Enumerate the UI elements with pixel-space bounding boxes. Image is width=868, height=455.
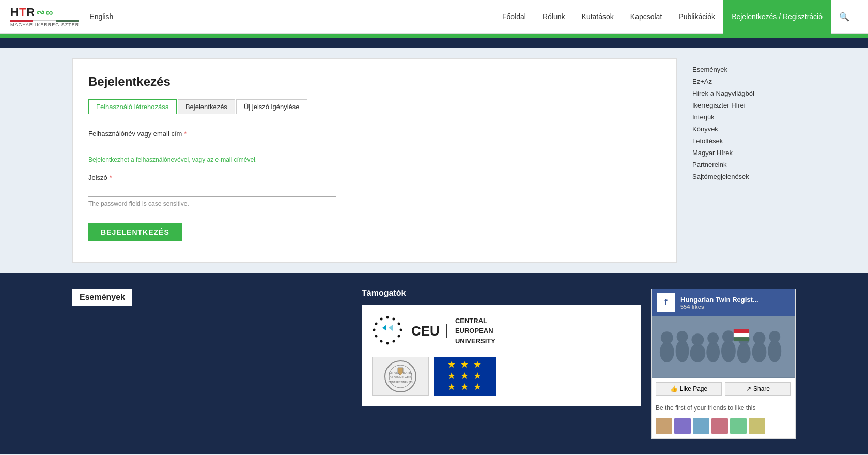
logos-row: UNIVERSITATIS DE SEMMELWEIS BUDAPESTINEN… <box>372 357 630 396</box>
fb-header: f Hungarian Twin Regist... 554 likes <box>652 289 795 316</box>
tab-create-user[interactable]: Felhasználó létrehozása <box>88 99 177 114</box>
sidebar-item-esemenyek[interactable]: Események <box>692 64 796 75</box>
fb-cover-photo <box>652 316 795 378</box>
logo-h: H <box>10 6 19 19</box>
login-area: Bejelentkezés Felhasználó létrehozása Be… <box>72 58 677 263</box>
svg-point-34 <box>753 332 766 344</box>
main-nav: Főoldal Rólunk Kutatások Kapcsolat Publi… <box>494 0 858 34</box>
search-icon[interactable]: 🔍 <box>831 0 858 34</box>
sidebar-item-sajtomegjelenések[interactable]: Sajtómegjelenések <box>692 171 796 183</box>
fb-like-button[interactable]: 👍 Like Page <box>656 382 722 396</box>
username-input[interactable] <box>88 141 336 153</box>
svg-point-29 <box>721 340 736 362</box>
sidebar-item-ikerregiszter[interactable]: Ikerregiszter Hírei <box>692 99 796 111</box>
fb-thumbs-up-icon: 👍 <box>670 385 678 392</box>
svg-point-31 <box>737 343 751 363</box>
password-required: * <box>110 174 112 181</box>
sidebar-item-hirek[interactable]: Hírek a Nagyvilágból <box>692 87 796 99</box>
sidebar-item-magyar-hirek[interactable]: Magyar Hírek <box>692 147 796 159</box>
tab-login[interactable]: Bejelentkezés <box>178 99 235 114</box>
sidebar-item-interjuk[interactable]: Interjúk <box>692 111 796 123</box>
svg-point-11 <box>375 323 378 325</box>
nav-publikaciok[interactable]: Publikációk <box>670 0 723 34</box>
password-label: Jelszó* <box>88 174 661 181</box>
fb-avatar-3 <box>693 418 709 434</box>
sidebar-item-ezaz[interactable]: Ez+Az <box>692 75 796 87</box>
fb-cover-image <box>652 316 795 378</box>
svg-point-35 <box>768 340 781 362</box>
fb-actions: 👍 Like Page ↗ Share <box>652 378 795 400</box>
svg-point-36 <box>769 331 780 342</box>
fb-share-label: Share <box>753 385 770 392</box>
svg-point-10 <box>373 329 376 331</box>
language-label[interactable]: English <box>89 12 113 21</box>
svg-point-12 <box>380 318 383 321</box>
svg-point-27 <box>706 342 720 362</box>
fb-avatar-6 <box>749 418 765 434</box>
password-input[interactable] <box>88 185 336 197</box>
eu-stars-icon: ★ ★ ★★ ★ ★★ ★ ★ <box>447 359 483 393</box>
password-hint: The password field is case sensitive. <box>88 200 661 207</box>
ceu-logo: CEU CENTRALEUROPEANUNIVERSITY <box>372 315 630 346</box>
submit-button[interactable]: BEJELENTKEZÉS <box>88 223 182 241</box>
sidebar-item-konyvek[interactable]: Könyvek <box>692 123 796 135</box>
logo-box: HTR ∾∞ MAGYAR IKERREGISZTER <box>10 6 79 27</box>
svg-point-9 <box>375 335 378 338</box>
sidebar-item-partnereink[interactable]: Partnereink <box>692 159 796 171</box>
svg-point-2 <box>393 318 395 321</box>
footer-fb-col: f Hungarian Twin Regist... 554 likes <box>651 289 796 439</box>
footer-section: Események Támogatók <box>0 273 868 454</box>
svg-text:DE SEMMELWEIS: DE SEMMELWEIS <box>390 376 412 379</box>
username-group: Felhasználónév vagy email cím* Bejelentk… <box>88 130 661 163</box>
nav-kapcsolat[interactable]: Kapcsolat <box>622 0 670 34</box>
username-label: Felhasználónév vagy email cím* <box>88 130 661 138</box>
fb-like-label: Like Page <box>680 385 707 392</box>
logo-subtitle: MAGYAR IKERREGISZTER <box>10 22 79 27</box>
svg-point-4 <box>400 329 402 331</box>
username-required: * <box>184 130 187 138</box>
fb-page-name: Hungarian Twin Regist... <box>680 296 758 304</box>
svg-marker-13 <box>382 325 386 331</box>
svg-point-3 <box>398 323 400 325</box>
svg-text:BUDAPESTINENSIS: BUDAPESTINENSIS <box>389 381 413 384</box>
header: HTR ∾∞ MAGYAR IKERREGISZTER English Főol… <box>0 0 868 34</box>
svg-rect-37 <box>734 329 749 333</box>
svg-point-28 <box>707 332 719 344</box>
nav-fooldal[interactable]: Főoldal <box>494 0 534 34</box>
login-tabs: Felhasználó létrehozása Bejelentkezés Új… <box>88 99 661 114</box>
fb-logo-icon: f <box>657 293 675 312</box>
svg-rect-38 <box>734 333 749 337</box>
ceu-text: CEU <box>411 324 447 339</box>
logo-t: T <box>19 6 26 19</box>
fb-share-button[interactable]: ↗ Share <box>725 382 791 396</box>
svg-point-33 <box>752 342 767 362</box>
logo-area: HTR ∾∞ MAGYAR IKERREGISZTER <box>10 6 79 27</box>
fb-friends-text: Be the first of your friends to like thi… <box>652 400 795 416</box>
svg-rect-39 <box>734 337 749 341</box>
fb-avatar-5 <box>730 418 747 434</box>
fb-avatar-2 <box>674 418 691 434</box>
semmelweis-emblem-icon: UNIVERSITATIS DE SEMMELWEIS BUDAPESTINEN… <box>375 358 426 395</box>
semmelweis-logo: UNIVERSITATIS DE SEMMELWEIS BUDAPESTINEN… <box>372 357 429 396</box>
sidebar-item-letoltesek[interactable]: Letöltések <box>692 135 796 147</box>
username-hint: Bejelentkezhet a felhasználónevével, vag… <box>88 156 661 163</box>
password-group: Jelszó* The password field is case sensi… <box>88 174 661 207</box>
svg-point-22 <box>661 331 673 344</box>
ceu-ring-icon <box>372 315 403 346</box>
logo-curve: ∾∞ <box>36 6 53 19</box>
fb-page-info: Hungarian Twin Regist... 554 likes <box>680 296 758 310</box>
nav-kutatasok[interactable]: Kutatások <box>574 0 622 34</box>
facebook-box: f Hungarian Twin Regist... 554 likes <box>651 289 796 439</box>
nav-bejelentkezes[interactable]: Bejelentkezés / Regisztráció <box>723 0 831 34</box>
green-stripe <box>0 34 868 38</box>
svg-point-23 <box>676 340 689 362</box>
nav-rolunk[interactable]: Rólunk <box>534 0 574 34</box>
fb-avatar-1 <box>656 418 672 434</box>
footer-supporters-col: Támogatók <box>362 289 641 439</box>
logo-r: R <box>26 6 35 19</box>
fb-avatar-4 <box>711 418 728 434</box>
tab-new-password[interactable]: Új jelszó igénylése <box>236 99 307 114</box>
supporters-box: CEU CENTRALEUROPEANUNIVERSITY UNIVERSITA… <box>362 305 641 406</box>
eu-flag: ★ ★ ★★ ★ ★★ ★ ★ <box>434 357 496 396</box>
main-content: Bejelentkezés Felhasználó létrehozása Be… <box>0 48 868 273</box>
